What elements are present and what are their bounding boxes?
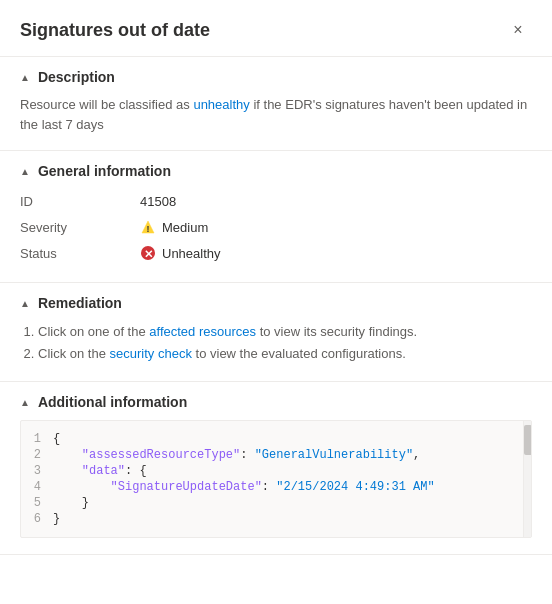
table-row: Severity ! Medium: [20, 214, 532, 240]
line-content: }: [53, 496, 89, 510]
chevron-icon: ▲: [20, 397, 30, 408]
step1-text-before: Click on one of the: [38, 324, 149, 339]
table-row: ID 41508: [20, 189, 532, 214]
description-section: ▲ Description Resource will be classifie…: [0, 57, 552, 151]
panel-title: Signatures out of date: [20, 20, 210, 41]
step1-text-after: to view its security findings.: [256, 324, 417, 339]
additional-title: Additional information: [38, 394, 187, 410]
status-value: Unhealthy: [162, 246, 221, 261]
chevron-icon: ▲: [20, 72, 30, 83]
line-number: 4: [21, 480, 53, 494]
close-icon: ×: [513, 21, 522, 39]
step2-link[interactable]: security check: [110, 346, 192, 361]
severity-value: Medium: [162, 220, 208, 235]
code-block: 1{2 "assessedResourceType": "GeneralVuln…: [20, 420, 532, 538]
additional-section-header[interactable]: ▲ Additional information: [20, 394, 532, 410]
chevron-icon: ▲: [20, 166, 30, 177]
close-button[interactable]: ×: [504, 16, 532, 44]
panel-header: Signatures out of date ×: [0, 0, 552, 57]
step1-link[interactable]: affected resources: [149, 324, 256, 339]
general-info-table: ID 41508 Severity ! Medium: [20, 189, 532, 266]
severity-label: Severity: [20, 214, 140, 240]
status-label: Status: [20, 240, 140, 266]
code-line: 2 "assessedResourceType": "GeneralVulner…: [21, 447, 531, 463]
status-badge: ✕ Unhealthy: [140, 245, 532, 261]
list-item: Click on the security check to view the …: [38, 343, 532, 365]
line-content: "SignatureUpdateDate": "2/15/2024 4:49:3…: [53, 480, 435, 494]
code-line: 3 "data": {: [21, 463, 531, 479]
warning-icon: !: [140, 219, 156, 235]
line-number: 1: [21, 432, 53, 446]
step2-text-before: Click on the: [38, 346, 110, 361]
line-content: "assessedResourceType": "GeneralVulnerab…: [53, 448, 420, 462]
table-row: Status ✕ Unhealthy: [20, 240, 532, 266]
general-section: ▲ General information ID 41508 Severity …: [0, 151, 552, 283]
desc-text-part1: Resource will be classified as: [20, 97, 193, 112]
panel: Signatures out of date × ▲ Description R…: [0, 0, 552, 555]
desc-highlight: unhealthy: [193, 97, 249, 112]
chevron-icon: ▲: [20, 298, 30, 309]
svg-text:✕: ✕: [144, 248, 153, 260]
line-content: "data": {: [53, 464, 147, 478]
error-icon: ✕: [140, 245, 156, 261]
additional-section: ▲ Additional information 1{2 "assessedRe…: [0, 382, 552, 555]
code-line: 1{: [21, 431, 531, 447]
remediation-section-header[interactable]: ▲ Remediation: [20, 295, 532, 311]
description-title: Description: [38, 69, 115, 85]
code-line: 6}: [21, 511, 531, 527]
list-item: Click on one of the affected resources t…: [38, 321, 532, 343]
description-section-header[interactable]: ▲ Description: [20, 69, 532, 85]
remediation-section: ▲ Remediation Click on one of the affect…: [0, 283, 552, 382]
line-number: 3: [21, 464, 53, 478]
code-line: 4 "SignatureUpdateDate": "2/15/2024 4:49…: [21, 479, 531, 495]
remediation-list: Click on one of the affected resources t…: [20, 321, 532, 365]
line-number: 2: [21, 448, 53, 462]
code-line: 5 }: [21, 495, 531, 511]
general-title: General information: [38, 163, 171, 179]
id-value: 41508: [140, 189, 532, 214]
general-section-header[interactable]: ▲ General information: [20, 163, 532, 179]
line-content: {: [53, 432, 60, 446]
id-label: ID: [20, 189, 140, 214]
line-number: 5: [21, 496, 53, 510]
svg-text:!: !: [147, 224, 150, 234]
severity-badge: ! Medium: [140, 219, 532, 235]
scrollbar[interactable]: [523, 421, 531, 537]
line-number: 6: [21, 512, 53, 526]
line-content: }: [53, 512, 60, 526]
code-content: 1{2 "assessedResourceType": "GeneralVuln…: [21, 431, 531, 527]
step2-text-after: to view the evaluated configurations.: [192, 346, 406, 361]
remediation-title: Remediation: [38, 295, 122, 311]
scrollbar-thumb[interactable]: [524, 425, 532, 455]
description-body: Resource will be classified as unhealthy…: [20, 95, 532, 134]
